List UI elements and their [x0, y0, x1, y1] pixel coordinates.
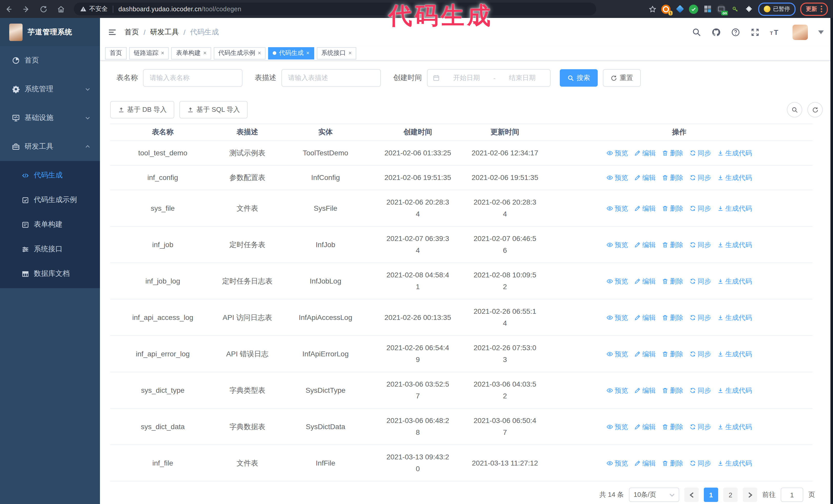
- sidebar-item-codegen[interactable]: 代码生成: [0, 163, 100, 188]
- sidebar-item-form-builder[interactable]: 表单构建: [0, 212, 100, 237]
- delete-link[interactable]: 删除: [662, 457, 683, 469]
- sync-link[interactable]: 同步: [689, 311, 711, 323]
- tab-tracing[interactable]: 链路追踪×: [129, 47, 169, 59]
- next-page-button[interactable]: [743, 487, 757, 502]
- delete-link[interactable]: 删除: [662, 384, 683, 396]
- browser-update-button[interactable]: 更新: [800, 2, 828, 16]
- breadcrumb-home[interactable]: 首页: [124, 27, 139, 37]
- search-button[interactable]: 搜索: [560, 69, 598, 87]
- generate-code-link[interactable]: 生成代码: [717, 275, 752, 287]
- search-icon[interactable]: [692, 27, 701, 37]
- edit-link[interactable]: 编辑: [634, 172, 656, 184]
- sync-link[interactable]: 同步: [689, 147, 711, 159]
- preview-link[interactable]: 预览: [606, 421, 628, 432]
- address-bar[interactable]: 不安全 dashboard.yudao.iocoder.cn/tool/code…: [74, 3, 596, 16]
- sync-link[interactable]: 同步: [689, 239, 711, 250]
- bookmark-star-icon[interactable]: [648, 5, 657, 13]
- page-size-select[interactable]: 10条/页: [629, 487, 679, 502]
- edit-link[interactable]: 编辑: [634, 311, 656, 323]
- app-logo[interactable]: 芋道管理系统: [0, 18, 100, 46]
- edit-link[interactable]: 编辑: [634, 348, 656, 360]
- security-indicator[interactable]: 不安全: [80, 5, 108, 13]
- preview-link[interactable]: 预览: [606, 457, 628, 469]
- table-name-input[interactable]: 请输入表名称: [143, 69, 242, 87]
- edit-link[interactable]: 编辑: [634, 275, 656, 287]
- user-avatar[interactable]: [792, 24, 808, 40]
- edit-link[interactable]: 编辑: [634, 147, 656, 159]
- extension-icon[interactable]: [731, 4, 740, 14]
- sync-link[interactable]: 同步: [689, 172, 711, 184]
- sync-link[interactable]: 同步: [689, 275, 711, 287]
- font-size-icon[interactable]: TT: [770, 27, 782, 37]
- close-icon[interactable]: ×: [203, 50, 207, 56]
- reset-button[interactable]: 重置: [603, 69, 641, 87]
- generate-code-link[interactable]: 生成代码: [717, 311, 752, 323]
- close-icon[interactable]: ×: [161, 50, 164, 56]
- delete-link[interactable]: 删除: [662, 311, 683, 323]
- tab-home[interactable]: 首页: [105, 47, 127, 59]
- browser-menu-icon[interactable]: [821, 6, 822, 12]
- extension-icon[interactable]: [703, 4, 712, 14]
- tab-codegen[interactable]: 代码生成×: [268, 47, 314, 59]
- preview-link[interactable]: 预览: [606, 348, 628, 360]
- generate-code-link[interactable]: 生成代码: [717, 239, 752, 250]
- sync-link[interactable]: 同步: [689, 348, 711, 360]
- sidebar-item-codegen-example[interactable]: 代码生成示例: [0, 188, 100, 212]
- window-scrollbar[interactable]: [830, 18, 833, 504]
- preview-link[interactable]: 预览: [606, 202, 628, 214]
- edit-link[interactable]: 编辑: [634, 457, 656, 469]
- preview-link[interactable]: 预览: [606, 275, 628, 287]
- sync-link[interactable]: 同步: [689, 421, 711, 432]
- fullscreen-icon[interactable]: [751, 27, 760, 37]
- sync-link[interactable]: 同步: [689, 457, 711, 469]
- sidebar-item-system[interactable]: 系统管理: [0, 75, 100, 103]
- preview-link[interactable]: 预览: [606, 311, 628, 323]
- close-icon[interactable]: ×: [306, 50, 310, 56]
- breadcrumb-group[interactable]: 研发工具: [150, 27, 179, 37]
- toggle-search-button[interactable]: [787, 102, 802, 117]
- sidebar-item-home[interactable]: 首页: [0, 46, 100, 75]
- user-menu-caret-icon[interactable]: [818, 30, 824, 34]
- browser-reload-icon[interactable]: [35, 2, 52, 16]
- edit-link[interactable]: 编辑: [634, 421, 656, 432]
- extensions-puzzle-icon[interactable]: [744, 4, 754, 14]
- generate-code-link[interactable]: 生成代码: [717, 457, 752, 469]
- generate-code-link[interactable]: 生成代码: [717, 202, 752, 214]
- browser-home-icon[interactable]: [52, 2, 70, 16]
- tab-form-builder[interactable]: 表单构建×: [171, 47, 211, 59]
- delete-link[interactable]: 删除: [662, 239, 683, 250]
- delete-link[interactable]: 删除: [662, 421, 683, 432]
- edit-link[interactable]: 编辑: [634, 384, 656, 396]
- sidebar-item-infra[interactable]: 基础设施: [0, 103, 100, 132]
- goto-page-input[interactable]: [781, 487, 803, 502]
- tab-system-api[interactable]: 系统接口×: [317, 47, 357, 59]
- delete-link[interactable]: 删除: [662, 202, 683, 214]
- tab-codegen-example[interactable]: 代码生成示例×: [214, 47, 266, 59]
- table-desc-input[interactable]: 请输入表描述: [281, 69, 381, 87]
- generate-code-link[interactable]: 生成代码: [717, 421, 752, 432]
- page-button-1[interactable]: 1: [704, 487, 718, 502]
- browser-back-icon[interactable]: [0, 2, 18, 16]
- edit-link[interactable]: 编辑: [634, 202, 656, 214]
- delete-link[interactable]: 删除: [662, 147, 683, 159]
- sync-link[interactable]: 同步: [689, 384, 711, 396]
- generate-code-link[interactable]: 生成代码: [717, 384, 752, 396]
- import-sql-button[interactable]: 基于 SQL 导入: [180, 101, 248, 118]
- generate-code-link[interactable]: 生成代码: [717, 147, 752, 159]
- profile-paused-badge[interactable]: 已暂停: [758, 2, 795, 16]
- extension-icon[interactable]: 1: [661, 4, 670, 14]
- github-icon[interactable]: [712, 27, 721, 37]
- extension-icon[interactable]: on: [717, 4, 726, 14]
- sync-link[interactable]: 同步: [689, 202, 711, 214]
- browser-forward-icon[interactable]: [18, 2, 35, 16]
- preview-link[interactable]: 预览: [606, 239, 628, 250]
- close-icon[interactable]: ×: [349, 50, 352, 56]
- page-button-2[interactable]: 2: [723, 487, 738, 502]
- generate-code-link[interactable]: 生成代码: [717, 172, 752, 184]
- delete-link[interactable]: 删除: [662, 275, 683, 287]
- edit-link[interactable]: 编辑: [634, 239, 656, 250]
- prev-page-button[interactable]: [684, 487, 699, 502]
- sidebar-toggle-icon[interactable]: [100, 28, 124, 36]
- refresh-table-button[interactable]: [807, 102, 823, 117]
- close-icon[interactable]: ×: [258, 50, 261, 56]
